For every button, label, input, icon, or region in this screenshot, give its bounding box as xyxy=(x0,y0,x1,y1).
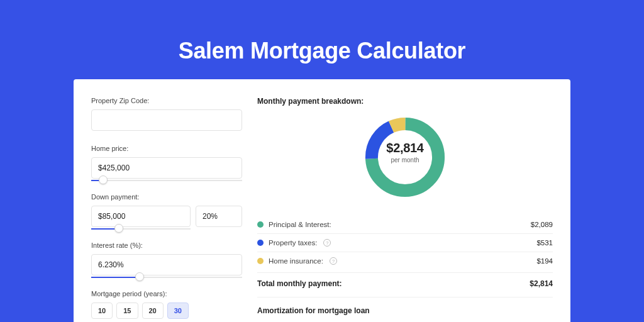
legend-label: Property taxes: xyxy=(269,239,317,247)
slider-fill xyxy=(91,277,140,278)
slider-thumb[interactable] xyxy=(114,224,123,233)
period-option-30[interactable]: 30 xyxy=(167,303,189,319)
legend-row: Principal & Interest:$2,089 xyxy=(257,216,553,234)
calculator-card: Property Zip Code: Home price: Down paym… xyxy=(74,79,570,322)
legend-dot xyxy=(257,221,264,228)
legend-label: Home insurance: xyxy=(269,257,323,265)
price-input[interactable] xyxy=(91,157,242,179)
price-field-group: Home price: xyxy=(91,145,242,184)
donut-amount: $2,814 xyxy=(361,141,449,155)
total-value: $2,814 xyxy=(530,279,553,288)
total-label: Total monthly payment: xyxy=(257,279,341,288)
rate-label: Interest rate (%): xyxy=(91,242,242,249)
legend-dot xyxy=(257,258,264,264)
zip-label: Property Zip Code: xyxy=(91,97,242,104)
amortization-title: Amortization for mortgage loan xyxy=(257,306,553,315)
down-pct-input[interactable] xyxy=(196,206,242,227)
down-amount-input[interactable] xyxy=(91,206,191,227)
period-option-15[interactable]: 15 xyxy=(116,303,138,319)
info-icon[interactable]: ? xyxy=(330,257,337,265)
breakdown-title: Monthly payment breakdown: xyxy=(257,97,553,106)
legend-value: $2,089 xyxy=(531,221,553,228)
down-label: Down payment: xyxy=(91,193,242,201)
breakdown-panel: Monthly payment breakdown: $2,814 per mo… xyxy=(257,97,553,322)
donut-sub: per month xyxy=(361,157,449,164)
price-label: Home price: xyxy=(91,145,242,152)
amortization-section: Amortization for mortgage loan Amortizat… xyxy=(257,297,553,322)
period-row: 10152030 xyxy=(91,303,242,319)
down-field-group: Down payment: xyxy=(91,193,242,233)
info-icon[interactable]: ? xyxy=(323,239,331,247)
rate-slider[interactable] xyxy=(91,275,242,281)
page-title: Salem Mortgage Calculator xyxy=(0,0,644,79)
legend: Principal & Interest:$2,089Property taxe… xyxy=(257,215,553,270)
legend-left: Property taxes:? xyxy=(257,239,331,247)
zip-input[interactable] xyxy=(91,109,242,131)
legend-value: $194 xyxy=(536,257,553,265)
donut-chart: $2,814 per month xyxy=(257,113,553,204)
down-slider[interactable] xyxy=(91,226,191,233)
price-slider[interactable] xyxy=(91,178,242,184)
period-field-group: Mortgage period (years): 10152030 xyxy=(91,290,242,319)
legend-dot xyxy=(257,240,264,246)
total-row: Total monthly payment: $2,814 xyxy=(257,272,553,297)
donut-center: $2,814 per month xyxy=(361,141,449,164)
slider-thumb[interactable] xyxy=(99,175,108,184)
period-label: Mortgage period (years): xyxy=(91,290,242,297)
rate-field-group: Interest rate (%): xyxy=(91,242,242,281)
zip-field-group: Property Zip Code: xyxy=(91,97,242,131)
period-option-10[interactable]: 10 xyxy=(91,303,113,319)
rate-input[interactable] xyxy=(91,254,242,275)
legend-row: Home insurance:?$194 xyxy=(257,252,553,270)
period-option-20[interactable]: 20 xyxy=(142,303,164,319)
legend-value: $531 xyxy=(536,239,553,247)
legend-label: Principal & Interest: xyxy=(269,221,331,228)
legend-left: Home insurance:? xyxy=(257,257,337,265)
slider-thumb[interactable] xyxy=(135,272,144,281)
form-panel: Property Zip Code: Home price: Down paym… xyxy=(91,97,242,322)
legend-left: Principal & Interest: xyxy=(257,221,331,228)
legend-row: Property taxes:?$531 xyxy=(257,234,553,252)
slider-track xyxy=(91,180,242,181)
